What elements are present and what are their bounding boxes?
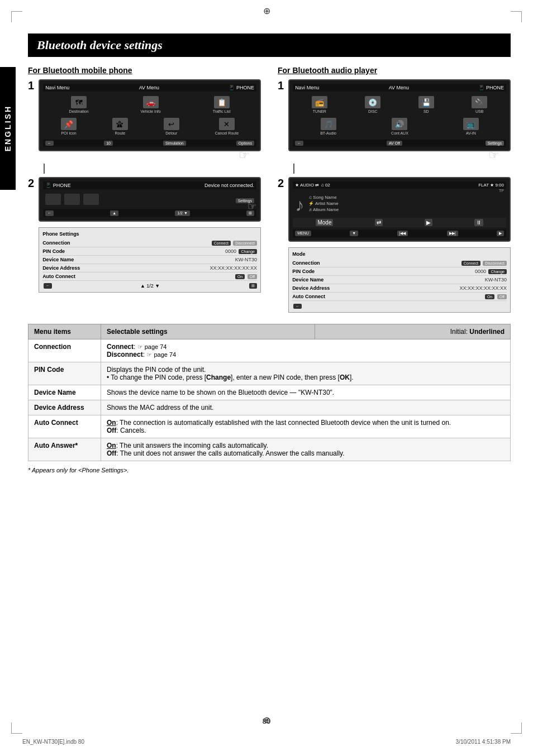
audio-screen1: Navi Menu AV Menu 📱 PHONE 📻 TUNER 💿 xyxy=(288,79,511,151)
phone-step2: 2 📱 PHONE Device not connected. xyxy=(28,177,261,293)
disconnect-btn-phone[interactable]: Disconnect xyxy=(233,241,257,246)
screen-icon-route: 🛣 Route xyxy=(112,118,128,135)
audio-artist-name: ⚡ Artist Name xyxy=(308,201,504,206)
audio-status-bar: ★ AUDIO ⇄ ♫ 02 FLAT ★ 9:00 xyxy=(293,181,506,189)
audio-settings-deviceaddr: Device Address XX:XX:XX:XX:XX:XX xyxy=(292,284,507,293)
audio-mode-btn[interactable]: Mode xyxy=(316,219,333,226)
phone-step2-label: 2 xyxy=(28,177,34,190)
screen-icon-btaudio: 🎵 BT-Audio xyxy=(320,118,336,135)
header-menu-items: Menu items xyxy=(28,324,101,339)
off-btn-phone[interactable]: Off xyxy=(248,274,257,279)
footer-right: 3/10/2011 4:51:38 PM xyxy=(456,739,511,745)
touch-hand-phone2: ☞ xyxy=(248,200,256,213)
audio-settings-devicename: Device Name KW-NT30 xyxy=(292,276,507,284)
screen-icon-vehicle: 🚗 Vehicle Info xyxy=(141,96,161,113)
phone-screen2-bottom: ← ▲ 1/2 ▼ ⊞ xyxy=(43,209,256,217)
page-title: Bluetooth device settings xyxy=(37,38,502,52)
audio-menu-btn[interactable]: MENU xyxy=(295,231,311,236)
disconnect-btn-audio[interactable]: Disconnect xyxy=(483,261,507,266)
selectable-autoconnect: On: The connection is automatically esta… xyxy=(101,415,511,438)
audio-screen1-wrapper: Navi Menu AV Menu 📱 PHONE 📻 TUNER 💿 xyxy=(288,79,511,157)
phone-screen1-nav: Navi Menu xyxy=(45,85,69,90)
phone-screen2-bar: 📱 PHONE Device not connected. xyxy=(43,181,256,189)
audio-prev-btn[interactable]: ⇄ xyxy=(375,219,383,226)
phone-screen1-bottom: ← 10 Simulation Options xyxy=(43,140,256,147)
audio-screen1-bottom: ← AV Off Settings xyxy=(293,140,506,147)
phone-section-title: For Bluetooth mobile phone xyxy=(28,66,261,75)
menu-item-devicename: Device Name xyxy=(28,385,101,400)
audio-step1: 1 Navi Menu AV Menu 📱 PHONE 📻 TUNER xyxy=(278,79,511,157)
connect-btn-audio[interactable]: Connect xyxy=(461,261,480,266)
audio-screen2-bottom: MENU ▼ |◀◀ ▶▶| ▶ xyxy=(293,229,506,237)
table-row-autoanswer: Auto Answer* On: The unit answers the in… xyxy=(28,438,511,461)
audio-music-note: ♪ xyxy=(295,195,304,216)
audio-play-btn[interactable]: ▶ xyxy=(425,219,432,226)
audio-settings-pincode: PIN Code 0000 Change xyxy=(292,267,507,276)
selectable-connection: Connect: ☞ page 74 Disconnect: ☞ page 74 xyxy=(101,339,511,362)
phone-settings-devicename: Device Name KW-NT30 xyxy=(42,256,257,264)
audio-settings-title: Mode xyxy=(292,251,507,257)
screen-icon-destination: 🗺 Destination xyxy=(69,96,89,113)
side-tab-label: ENGLISH xyxy=(3,105,12,151)
center-mark-bottom: ⊕ xyxy=(263,715,270,725)
phone-screen1: Navi Menu AV Menu 📱 PHONE 🗺 Destination … xyxy=(39,79,261,151)
selectable-pincode: Displays the PIN code of the unit. • To … xyxy=(101,362,511,385)
audio-controls: Mode ⇄ ▶ ⏸ xyxy=(293,218,506,227)
header-initial: Initial: Underlined xyxy=(315,324,511,339)
audio-step2-label: 2 xyxy=(278,177,284,190)
menu-item-pincode: PIN Code xyxy=(28,362,101,385)
phone-settings-btn-area: Settings ☞ xyxy=(236,195,254,204)
side-tab: ENGLISH xyxy=(0,67,16,190)
audio-album-name: ♬ Album Name xyxy=(308,207,504,212)
phone-step2-content: 📱 PHONE Device not connected. Settings xyxy=(39,177,261,293)
audio-step2: 2 ★ AUDIO ⇄ ♫ 02 FLAT ★ 9:00 TP ♪ ♫ Song… xyxy=(278,177,511,313)
audio-screen2: ★ AUDIO ⇄ ♫ 02 FLAT ★ 9:00 TP ♪ ♫ Song N… xyxy=(288,177,511,242)
screen-icon-usb: 🔌 USB xyxy=(472,96,487,113)
phone-screen2-middle: Settings ☞ xyxy=(43,192,256,207)
audio-settings-connection: Connection Connect Disconnect xyxy=(292,259,507,267)
phone-settings-panel: Phone Settings Connection Connect Discon… xyxy=(39,227,261,293)
on-btn-audio[interactable]: On xyxy=(485,294,494,299)
phone-icon2 xyxy=(64,194,80,205)
connector-phone xyxy=(44,164,45,174)
info-table: Menu items Selectable settings Initial: … xyxy=(28,324,511,461)
connector-audio xyxy=(293,164,294,174)
touch-hand-audio1: ☞ xyxy=(488,148,499,162)
table-row-devicename: Device Name Shows the device name to be … xyxy=(28,385,511,400)
screen-icon-contaux: 🔊 Cont AUX xyxy=(391,118,408,135)
selectable-devicename: Shows the device name to be shown on the… xyxy=(101,385,511,400)
table-header-row: Menu items Selectable settings Initial: … xyxy=(28,324,511,339)
table-row-deviceaddr: Device Address Shows the MAC address of … xyxy=(28,400,511,415)
on-btn-phone[interactable]: On xyxy=(235,274,245,279)
change-btn-phone[interactable]: Change xyxy=(239,249,257,254)
touch-hand-phone1: ☞ xyxy=(239,148,250,162)
corner-mark-tr xyxy=(511,11,522,22)
main-content: Bluetooth device settings For Bluetooth … xyxy=(28,34,511,473)
connect-btn-phone[interactable]: Connect xyxy=(212,241,231,246)
screenshots-row: For Bluetooth mobile phone 1 Navi Menu A… xyxy=(28,66,511,315)
audio-track-info: ♫ Song Name ⚡ Artist Name ♬ Album Name xyxy=(308,195,504,216)
selectable-deviceaddr: Shows the MAC address of the unit. xyxy=(101,400,511,415)
audio-pause-btn[interactable]: ⏸ xyxy=(474,219,483,226)
screen-icon-disc: 💿 DISC xyxy=(365,96,380,113)
off-btn-audio[interactable]: Off xyxy=(497,294,507,299)
phone-screen2: 📱 PHONE Device not connected. Settings xyxy=(39,177,261,222)
menu-item-autoconnect: Auto Connect xyxy=(28,415,101,438)
footnote: * Appears only for <Phone Settings>. xyxy=(28,467,511,473)
phone-step1: 1 Navi Menu AV Menu 📱 PHONE 🗺 Destinatio… xyxy=(28,79,261,157)
screen-icon-sd: 💾 SD xyxy=(418,96,434,113)
menu-item-autoanswer: Auto Answer* xyxy=(28,438,101,461)
table-row-connection: Connection Connect: ☞ page 74 Disconnect… xyxy=(28,339,511,362)
audio-settings-autoconnect: Auto Connect On Off xyxy=(292,293,507,301)
phone-column: For Bluetooth mobile phone 1 Navi Menu A… xyxy=(28,66,261,315)
audio-section-title: For Bluetooth audio player xyxy=(278,66,511,75)
phone-settings-deviceaddr: Device Address XX:XX:XX:XX:XX:XX xyxy=(42,264,257,272)
center-mark-top: ⊕ xyxy=(263,6,270,16)
footer-left: EN_KW-NT30[E].indb 80 xyxy=(22,739,84,745)
corner-mark-tl xyxy=(11,11,22,22)
audio-step1-label: 1 xyxy=(278,79,284,92)
change-btn-audio[interactable]: Change xyxy=(488,269,507,274)
audio-song-name: ♫ Song Name xyxy=(308,195,504,200)
phone-screen1-icons-row2: 📌 POI Icon 🛣 Route ↩ Detour xyxy=(43,116,256,137)
table-row-autoconnect: Auto Connect On: The connection is autom… xyxy=(28,415,511,438)
